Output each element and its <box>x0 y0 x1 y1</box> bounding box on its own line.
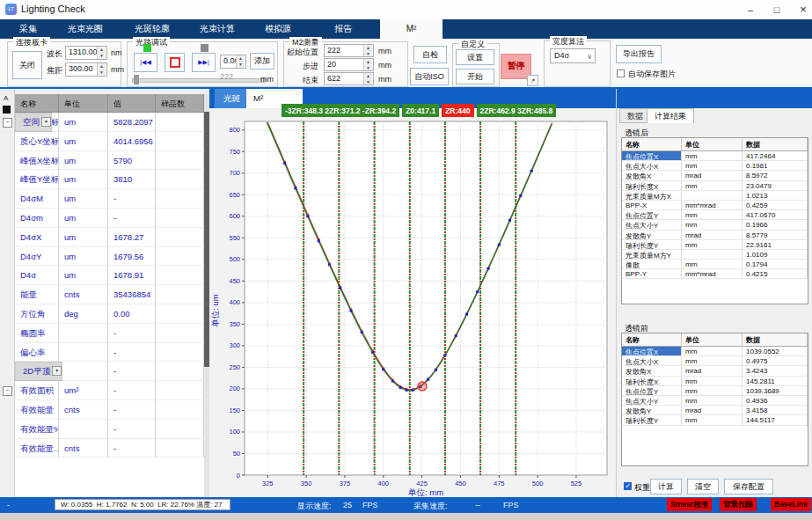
calculate-button[interactable]: 计算 <box>650 479 682 494</box>
maximize-icon[interactable]: □ <box>764 0 790 19</box>
skip-back-icon[interactable]: |◀◀ <box>134 53 157 72</box>
result-row[interactable]: BPP-Ymm*mrad0.4215 <box>622 269 808 279</box>
status-action-button-2[interactable]: 背景扣除 <box>720 498 757 511</box>
menu-item-3[interactable]: 光斑轮廓 <box>135 19 170 39</box>
start-button[interactable]: 开始 <box>456 69 494 84</box>
filter-dropdown-icon[interactable]: ▼ <box>41 117 51 127</box>
m2-field-input-1[interactable]: 222▲▼ <box>324 44 374 57</box>
auto-iso-button[interactable]: 自动ISO <box>410 68 449 85</box>
fast-forward-icon[interactable]: ▶▶| <box>192 53 216 72</box>
close-icon[interactable]: × <box>790 0 812 19</box>
export-report-button[interactable]: 导出报告 <box>616 45 662 63</box>
table-row[interactable]: 方位角deg0.00 <box>15 304 204 324</box>
settings-button[interactable]: 设置 <box>456 49 494 65</box>
svg-text:单位: mm: 单位: mm <box>407 487 443 497</box>
menu-item-1[interactable]: 采集 <box>19 19 37 39</box>
menu-item-6[interactable]: 报告 <box>334 19 352 39</box>
menu-item-4[interactable]: 光束计算 <box>200 19 235 39</box>
sort-a-icon[interactable]: A <box>4 94 8 102</box>
result-row[interactable]: 发散角Xmrad3.4243 <box>622 366 808 376</box>
result-row[interactable]: 发散角Xmrad8.5972 <box>622 171 808 180</box>
width-algorithm-select[interactable]: D4σ ∨ <box>550 48 596 63</box>
m2-field-input-3[interactable]: 622▲▼ <box>324 72 374 85</box>
display-speed-unit: FPS <box>362 501 378 509</box>
result-row[interactable]: 焦点大小Xmm0.1981 <box>622 161 808 171</box>
stop-icon[interactable] <box>165 53 185 72</box>
svg-text:375: 375 <box>340 480 351 487</box>
result-row[interactable]: 光束质量M方Y1.0109 <box>622 250 808 260</box>
table-row[interactable]: 椭圆率- <box>15 324 204 343</box>
position-slider-track[interactable] <box>132 78 266 83</box>
filter-dropdown-icon[interactable]: ▼ <box>52 366 62 376</box>
result-row[interactable]: BPP-Xmm*mrad0.4259 <box>622 201 808 210</box>
close-connection-button[interactable]: 关闭 <box>12 51 42 79</box>
result-row[interactable]: 瑞利长度Xmm23.0479 <box>622 181 808 191</box>
table-row[interactable]: 峰值Y坐标um3810 <box>15 170 204 189</box>
result-row[interactable]: 瑞利长度Xmm145.2811 <box>622 377 808 386</box>
status-action-button-3[interactable]: BaseLine <box>771 498 811 511</box>
result-row[interactable]: 焦点大小Xmm0.4975 <box>622 356 808 366</box>
table-group-row[interactable]: 2D平顶▼ <box>15 362 62 381</box>
self-test-button[interactable]: 自检 <box>413 46 447 63</box>
result-row[interactable]: 焦点位置Ymm1039.3689 <box>622 386 808 396</box>
focal-spinner[interactable]: ▲▼ <box>97 63 106 76</box>
table-row[interactable]: 有效能量...cnts- <box>15 439 204 458</box>
result-row[interactable]: 焦点大小Ymm0.1966 <box>622 220 808 230</box>
result-row[interactable]: 焦点大小Ymm0.4936 <box>622 396 808 406</box>
wavelength-input[interactable]: 1310.00 ▲▼ <box>65 46 107 60</box>
group-debug-title: 光路调试 <box>133 37 170 48</box>
table-row[interactable]: 有效能量cnts- <box>15 400 204 420</box>
result-name: BPP-X <box>622 201 682 210</box>
status-action-button-1[interactable]: Smear校准 <box>667 498 712 511</box>
result-row[interactable]: 光束质量M方X1.0213 <box>622 191 808 201</box>
result-row[interactable]: 发散角Ymrad8.5779 <box>622 231 808 240</box>
position-slider-handle[interactable] <box>134 75 139 84</box>
result-row[interactable]: 瑞利长度Ymm22.9161 <box>622 240 808 250</box>
m2-field-spinner-3[interactable]: ▲▼ <box>363 73 372 84</box>
m2-field-input-2[interactable]: 20▲▼ <box>324 58 374 71</box>
param-unit <box>59 343 108 363</box>
tab-calc-result[interactable]: 计算结果 <box>647 108 694 123</box>
clear-button[interactable]: 清空 <box>687 479 719 494</box>
table-row[interactable]: 峰值X坐标um5790 <box>15 151 204 171</box>
tab-m2-active[interactable]: M² <box>380 19 443 39</box>
save-config-button[interactable]: 保存配置 <box>724 479 773 494</box>
table-row[interactable]: D4σYum1679.56 <box>15 247 204 267</box>
width-algorithm-value: D4σ <box>554 51 569 60</box>
table-row[interactable]: 有效面积um²- <box>15 381 204 400</box>
tab-spot[interactable]: 光斑 <box>215 89 249 108</box>
result-row[interactable]: 瑞利长度Ymm144.5117 <box>622 415 808 425</box>
table-row[interactable]: D4σum1678.91 <box>15 266 204 285</box>
table-row[interactable]: 能量cnts35436854 <box>15 285 204 304</box>
autosave-checkbox[interactable] <box>617 70 625 77</box>
wavelength-spinner[interactable]: ▲▼ <box>97 47 106 59</box>
result-row[interactable]: 焦点位置Xmm417.2464 <box>622 151 808 161</box>
table-row[interactable]: 质心Y坐标um4014.6956 <box>15 132 204 151</box>
collapse-icon[interactable]: − <box>3 118 12 128</box>
table-row[interactable]: D4σXum1678.27 <box>15 228 204 247</box>
table-row[interactable]: D4σmum- <box>15 209 204 228</box>
minimize-icon[interactable]: – <box>737 0 764 19</box>
menu-item-5[interactable]: 模拟源 <box>265 19 291 39</box>
table-group-row[interactable]: 空间▼ <box>15 113 52 132</box>
result-row[interactable]: 像散mm0.1794 <box>622 260 808 269</box>
focal-input[interactable]: 300.00 ▲▼ <box>65 62 107 77</box>
add-position-button[interactable]: 添加 <box>250 53 274 70</box>
m2-field-spinner-1[interactable]: ▲▼ <box>363 45 372 56</box>
table-row[interactable]: 偏心率- <box>15 343 204 363</box>
result-row[interactable]: 焦点位置Ymm417.0670 <box>622 210 808 220</box>
result-row[interactable]: 焦点位置Xmm1039.0552 <box>622 347 808 356</box>
table-row[interactable]: 有效能量%- <box>15 420 204 439</box>
black-square-icon[interactable] <box>3 106 11 114</box>
result-row[interactable]: 发散角Ymrad3.4158 <box>622 406 808 415</box>
collapse-icon[interactable]: − <box>3 386 12 396</box>
table-row[interactable]: D4σMum- <box>15 189 204 209</box>
popup-window-icon[interactable]: ↗ <box>527 75 538 86</box>
m2-field-spinner-2[interactable]: ▲▼ <box>363 59 372 70</box>
svg-text:350: 350 <box>229 320 240 328</box>
param-unit <box>59 324 108 343</box>
offset-spinner[interactable]: ▲▼ <box>236 55 245 68</box>
offset-input[interactable]: 0.00 ▲▼ <box>220 55 246 69</box>
menu-item-2[interactable]: 光束光圈 <box>68 19 103 39</box>
weight-checkbox[interactable]: ✓ <box>624 482 632 490</box>
